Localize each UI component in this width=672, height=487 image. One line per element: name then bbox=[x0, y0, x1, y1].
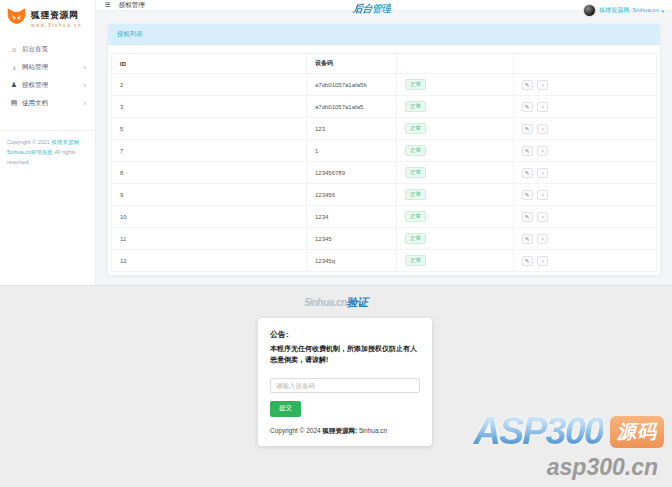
sidebar-item-label: 后台首页 bbox=[22, 45, 48, 54]
device-code-input[interactable] bbox=[270, 378, 420, 393]
status-badge: 正常 bbox=[405, 79, 426, 90]
cell-device-code: a7db01057a1afa5b bbox=[307, 74, 397, 96]
cell-id: 11 bbox=[112, 228, 307, 250]
asp300-logo: ASP300 bbox=[473, 410, 603, 453]
cell-actions: ✎ × bbox=[513, 140, 656, 162]
edit-icon: ✎ bbox=[525, 258, 530, 264]
table-row: 5 123 正常 ✎ × bbox=[112, 118, 657, 140]
verify-title-domain: 5inhua.cn bbox=[304, 297, 346, 308]
chevron-right-icon: › bbox=[84, 100, 86, 107]
sidebar-item-icon: ▤ bbox=[9, 99, 19, 107]
logo[interactable]: 狐狸资源网 www.5inhua.cn bbox=[0, 0, 95, 34]
table-row: 3 a7db01057a1afa5 正常 ✎ × bbox=[112, 96, 657, 118]
column-header bbox=[397, 54, 514, 74]
sidebar-item[interactable]: ♁ 网站管理 › bbox=[0, 58, 95, 76]
avatar bbox=[583, 4, 596, 17]
verify-title-stylized: 5inhua.cn验证 bbox=[0, 286, 672, 310]
close-icon: × bbox=[541, 104, 544, 110]
notice-label: 公告: bbox=[270, 329, 420, 340]
close-icon: × bbox=[541, 192, 544, 198]
content-area: 授权列表 ID设备码 2 a bbox=[96, 11, 672, 288]
cell-status: 正常 bbox=[397, 162, 514, 184]
watermark-domain: asp300.cn bbox=[473, 454, 664, 481]
edit-icon: ✎ bbox=[525, 104, 530, 110]
delete-button[interactable]: × bbox=[537, 80, 548, 90]
delete-button[interactable]: × bbox=[537, 212, 548, 222]
verify-copy-brand: 狐狸资源网: bbox=[323, 427, 358, 434]
tab-authorization[interactable]: 授权管理 bbox=[119, 1, 145, 10]
sidebar-item-label: 授权管理 bbox=[22, 81, 48, 90]
status-badge: 正常 bbox=[405, 255, 426, 266]
watermark: ASP300 源码 asp300.cn bbox=[473, 410, 664, 481]
cell-status: 正常 bbox=[397, 118, 514, 140]
table-row: 8 123456789 正常 ✎ × bbox=[112, 162, 657, 184]
cell-device-code: 123456 bbox=[307, 184, 397, 206]
copyright-prefix: Copyright © 2021 bbox=[7, 139, 51, 145]
delete-button[interactable]: × bbox=[537, 146, 548, 156]
edit-button[interactable]: ✎ bbox=[522, 102, 533, 112]
status-badge: 正常 bbox=[405, 189, 426, 200]
edit-button[interactable]: ✎ bbox=[522, 168, 533, 178]
cell-status: 正常 bbox=[397, 96, 514, 118]
delete-button[interactable]: × bbox=[537, 124, 548, 134]
column-header: ID bbox=[112, 54, 307, 74]
submit-button[interactable]: 提交 bbox=[270, 401, 301, 417]
status-badge: 正常 bbox=[405, 101, 426, 112]
chevron-down-icon: ▾ bbox=[661, 8, 664, 14]
edit-button[interactable]: ✎ bbox=[522, 80, 533, 90]
edit-button[interactable]: ✎ bbox=[522, 146, 533, 156]
edit-icon: ✎ bbox=[525, 148, 530, 154]
cell-actions: ✎ × bbox=[513, 74, 656, 96]
hamburger-menu-icon[interactable]: ≡ bbox=[105, 0, 111, 10]
delete-button[interactable]: × bbox=[537, 190, 548, 200]
admin-panel: 狐狸资源网 www.5inhua.cn ⌂ 后台首页 ♁ 网站管理 › bbox=[0, 0, 672, 285]
user-menu[interactable]: 狐狸资源网: 5inhua.cn ▾ bbox=[583, 4, 664, 17]
table-row: 10 1234 正常 ✎ × bbox=[112, 206, 657, 228]
authorization-card: 授权列表 ID设备码 2 a bbox=[107, 23, 661, 276]
close-icon: × bbox=[541, 82, 544, 88]
cell-actions: ✎ × bbox=[513, 162, 656, 184]
close-icon: × bbox=[541, 214, 544, 220]
delete-button[interactable]: × bbox=[537, 234, 548, 244]
edit-icon: ✎ bbox=[525, 214, 530, 220]
table-row: 2 a7db01057a1afa5b 正常 ✎ × bbox=[112, 74, 657, 96]
cell-status: 正常 bbox=[397, 228, 514, 250]
close-icon: × bbox=[541, 258, 544, 264]
sidebar-item-label: 使用文档 bbox=[22, 99, 48, 108]
cell-device-code: 123 bbox=[307, 118, 397, 140]
cell-device-code: a7db01057a1afa5 bbox=[307, 96, 397, 118]
cell-status: 正常 bbox=[397, 184, 514, 206]
sidebar-item-icon: ⌂ bbox=[9, 46, 19, 53]
edit-button[interactable]: ✎ bbox=[522, 190, 533, 200]
notice-text: 本程序无任何收费机制，所添加授权仅防止有人恶意倒卖，请谅解! bbox=[270, 344, 420, 366]
edit-button[interactable]: ✎ bbox=[522, 124, 533, 134]
edit-button[interactable]: ✎ bbox=[522, 256, 533, 266]
cell-device-code: 1234 bbox=[307, 206, 397, 228]
edit-button[interactable]: ✎ bbox=[522, 234, 533, 244]
cell-id: 2 bbox=[112, 74, 307, 96]
brand-name: 狐狸资源网 bbox=[31, 9, 82, 22]
table-row: 7 1 正常 ✎ × bbox=[112, 140, 657, 162]
cell-status: 正常 bbox=[397, 74, 514, 96]
delete-button[interactable]: × bbox=[537, 256, 548, 266]
sidebar-item-icon: ♟ bbox=[9, 81, 19, 89]
cell-id: 9 bbox=[112, 184, 307, 206]
sidebar-item[interactable]: ♟ 授权管理 › bbox=[0, 76, 95, 94]
sidebar-item[interactable]: ⌂ 后台首页 bbox=[0, 40, 95, 58]
cell-actions: ✎ × bbox=[513, 184, 656, 206]
sidebar-item[interactable]: ▤ 使用文档 › bbox=[0, 94, 95, 112]
delete-button[interactable]: × bbox=[537, 102, 548, 112]
chevron-right-icon: › bbox=[84, 64, 86, 71]
sidebar-item-label: 网站管理 bbox=[22, 63, 48, 72]
card-title: 授权列表 bbox=[108, 24, 660, 45]
sidebar: 狐狸资源网 www.5inhua.cn ⌂ 后台首页 ♁ 网站管理 › bbox=[0, 0, 96, 285]
edit-button[interactable]: ✎ bbox=[522, 212, 533, 222]
admin-main: ≡ 授权管理 后台管理 狐狸资源网: 5inhua.cn ▾ 授权列表 ID设备… bbox=[96, 0, 672, 285]
table-row: 9 123456 正常 ✎ × bbox=[112, 184, 657, 206]
cell-id: 10 bbox=[112, 206, 307, 228]
cell-id: 12 bbox=[112, 250, 307, 272]
close-icon: × bbox=[541, 148, 544, 154]
delete-button[interactable]: × bbox=[537, 168, 548, 178]
column-header bbox=[513, 54, 656, 74]
edit-icon: ✎ bbox=[525, 192, 530, 198]
